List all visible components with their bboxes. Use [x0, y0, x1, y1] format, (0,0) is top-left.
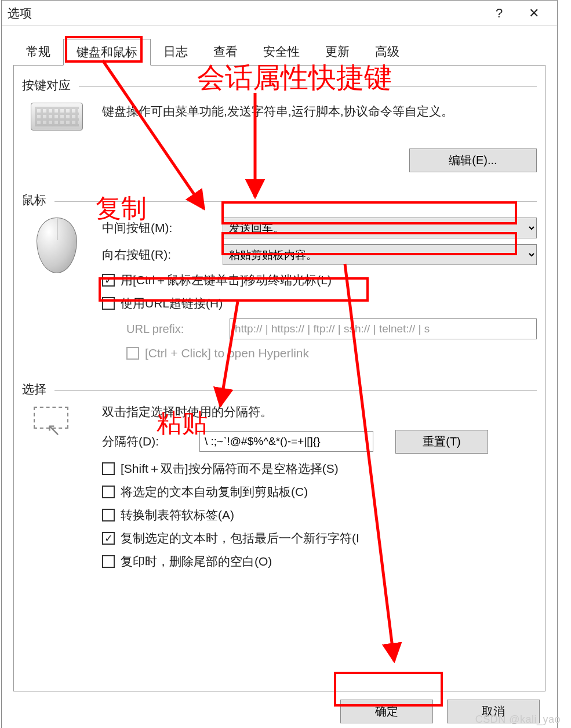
- url-prefix-label: URL prefix:: [126, 323, 219, 336]
- shift-dblclick-checkbox[interactable]: [102, 462, 115, 475]
- options-dialog: 选项 ? ✕ 常规 键盘和鼠标 日志 查看 安全性 更新 高级 按键对应 键盘操…: [1, 0, 558, 728]
- tab-keyboard-mouse[interactable]: 键盘和鼠标: [63, 39, 151, 66]
- copy-newline-label: 复制选定的文本时，包括最后一个新行字符(I: [121, 530, 359, 546]
- shift-dblclick-label: [Shift＋双击]按分隔符而不是空格选择(S): [121, 461, 339, 477]
- trim-trailing-checkbox[interactable]: [102, 555, 115, 568]
- mouse-icon: [22, 212, 92, 367]
- trim-trailing-label: 复印时，删除尾部的空白(O): [121, 553, 272, 570]
- tab-general[interactable]: 常规: [13, 39, 63, 65]
- tab-soft-checkbox[interactable]: [102, 509, 115, 521]
- tab-strip: 常规 键盘和鼠标 日志 查看 安全性 更新 高级: [2, 26, 557, 65]
- ctrl-click-open-checkbox: [126, 347, 139, 360]
- rule: [54, 390, 537, 391]
- tab-advanced[interactable]: 高级: [362, 39, 412, 65]
- tab-view[interactable]: 查看: [201, 39, 250, 65]
- url-prefix-input: [230, 318, 537, 339]
- delim-input[interactable]: [199, 431, 373, 452]
- copy-newline-checkbox[interactable]: ✓: [102, 532, 115, 545]
- auto-copy-label: 将选定的文本自动复制到剪贴板(C): [121, 484, 308, 500]
- rule: [54, 201, 537, 202]
- section-mouse-label: 鼠标: [22, 192, 46, 208]
- edit-keymap-button[interactable]: 编辑(E)...: [409, 149, 537, 172]
- url-hyperlink-label: 使用URL超链接(H): [121, 295, 223, 312]
- section-keymap-header: 按键对应: [22, 77, 537, 93]
- keymap-desc: 键盘操作可由菜单功能,发送字符串,运行脚本,协议命令等自定义。: [102, 103, 537, 119]
- ok-button[interactable]: 确定: [340, 700, 433, 723]
- rule: [79, 86, 537, 87]
- titlebar: 选项 ? ✕: [2, 1, 557, 26]
- section-keymap-label: 按键对应: [22, 77, 71, 93]
- ctrl-click-open-label: [Ctrl + Click] to open Hyperlink: [145, 346, 309, 360]
- selection-icon: ↖: [22, 401, 92, 576]
- help-button[interactable]: ?: [482, 1, 517, 26]
- tab-soft-label: 转换制表符软标签(A): [121, 507, 234, 523]
- tab-log[interactable]: 日志: [151, 39, 201, 65]
- ctrl-click-move-checkbox[interactable]: ✓: [102, 274, 115, 287]
- window-title: 选项: [8, 5, 482, 21]
- section-select-header: 选择: [22, 381, 537, 397]
- right-button-label: 向右按钮(R):: [102, 247, 212, 263]
- dialog-footer: 确定 取消: [2, 691, 557, 723]
- tab-panel: 按键对应 键盘操作可由菜单功能,发送字符串,运行脚本,协议命令等自定义。 编辑(…: [13, 65, 545, 691]
- url-hyperlink-checkbox[interactable]: [102, 297, 115, 310]
- right-button-select[interactable]: 粘贴剪贴板内容。: [223, 244, 537, 265]
- watermark: CSDN @kali_yao: [475, 713, 561, 726]
- middle-button-label: 中间按钮(M):: [102, 220, 212, 236]
- select-desc: 双击指定选择时使用的分隔符。: [102, 403, 537, 420]
- section-select-label: 选择: [22, 381, 46, 397]
- reset-delim-button[interactable]: 重置(T): [395, 430, 488, 454]
- tab-update[interactable]: 更新: [312, 39, 362, 65]
- section-mouse-header: 鼠标: [22, 192, 537, 208]
- keyboard-icon: [22, 97, 92, 178]
- auto-copy-checkbox[interactable]: [102, 486, 115, 498]
- ctrl-click-move-label: 用[Ctrl＋鼠标左键单击]移动终端光标(L): [121, 272, 332, 288]
- delim-label: 分隔符(D):: [102, 433, 189, 450]
- close-button[interactable]: ✕: [517, 1, 551, 26]
- tab-security[interactable]: 安全性: [250, 39, 312, 65]
- middle-button-select[interactable]: 发送回车。: [223, 218, 537, 238]
